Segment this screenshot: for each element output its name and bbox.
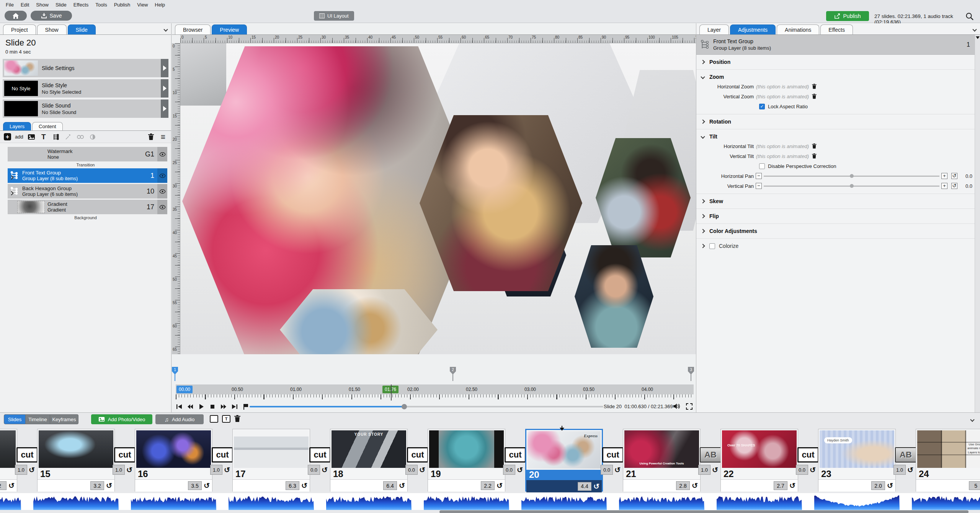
slider-thumb[interactable] (850, 174, 854, 178)
horizontal-pan-slider[interactable] (764, 176, 939, 177)
hexagon-photo-toddler[interactable] (575, 245, 653, 348)
tab-layers[interactable]: Layers (3, 122, 31, 130)
fast-forward-button[interactable] (220, 403, 227, 410)
rewind-button[interactable] (186, 403, 194, 410)
duration-reset-icon[interactable]: ↺ (106, 482, 112, 489)
duration-reset-icon[interactable]: ↺ (301, 482, 307, 489)
add-blank-slide-icon[interactable] (210, 415, 218, 423)
transition-type-button[interactable]: cut (602, 447, 624, 463)
transition-cut[interactable]: cut0.0↺ (603, 426, 623, 493)
transition-type-button[interactable]: cut (505, 447, 526, 463)
save-button[interactable]: Save (31, 11, 72, 21)
transition-type-button[interactable]: cut (212, 447, 233, 463)
duration-reset-icon[interactable]: ↺ (8, 482, 15, 489)
duration-reset-icon[interactable]: ↺ (789, 482, 795, 489)
scrollbar-thumb[interactable] (439, 510, 969, 513)
stop-button[interactable] (209, 403, 216, 410)
slider-thumb[interactable] (850, 184, 854, 188)
reset-icon[interactable]: ↺ (951, 173, 957, 179)
section-skew-header[interactable]: Skew (696, 197, 980, 206)
tab-content[interactable]: Content (32, 122, 63, 130)
transition-duration-value[interactable]: 1.0 (698, 465, 710, 475)
menu-effects[interactable]: Effects (70, 1, 92, 9)
section-zoom-header[interactable]: Zoom (696, 72, 980, 81)
add-layer-icon[interactable]: + (4, 133, 11, 140)
keyframe-marker-3[interactable]: 3 (688, 367, 694, 375)
duration-reset-icon[interactable]: ↺ (204, 482, 210, 489)
transition-type-button[interactable]: cut (407, 447, 428, 463)
tab-timeline[interactable]: Timeline (26, 414, 50, 424)
tab-adjustments[interactable]: Adjustments (730, 24, 776, 34)
duration-reset-icon[interactable]: ↺ (126, 466, 132, 474)
slide-duration-value[interactable]: 4.4 (578, 482, 591, 491)
expand-icon[interactable] (10, 189, 14, 193)
timeline-start-badge[interactable]: 00.00 (176, 386, 193, 393)
delete-slide-icon[interactable] (234, 415, 240, 422)
transition-cut[interactable]: cut0.0↺ (408, 426, 428, 493)
volume-icon[interactable] (673, 403, 681, 410)
duration-reset-icon[interactable]: ↺ (419, 466, 425, 474)
decrement-button[interactable]: − (756, 173, 762, 179)
open-slide-settings-button[interactable] (161, 59, 168, 77)
slide-card-24[interactable]: Use Groups to animate multiple Layers to… (916, 429, 980, 492)
increment-button[interactable]: + (941, 183, 947, 189)
transition-cut[interactable]: cut0.0↺ (310, 426, 330, 493)
open-slide-style-button[interactable] (161, 79, 168, 98)
add-photo-video-button[interactable]: Add Photo/Video (91, 414, 152, 424)
transition-duration-value[interactable]: 0.0 (796, 465, 808, 475)
slide-card-15[interactable]: 153.2↺ (37, 429, 115, 492)
slide-duration-value[interactable]: 6.4 (383, 481, 397, 490)
menu-file[interactable]: File (2, 1, 17, 9)
transition-cut[interactable]: cut0.0↺ (505, 426, 525, 493)
ui-layout-button[interactable]: UI Layout (314, 11, 354, 21)
duration-reset-icon[interactable]: ↺ (29, 466, 35, 474)
slide-duration-value[interactable]: 2.2 (481, 481, 495, 490)
duration-reset-icon[interactable]: ↺ (887, 482, 893, 489)
slide-duration-value[interactable]: 2.7 (774, 481, 787, 490)
seek-slider[interactable] (250, 406, 603, 407)
duration-reset-icon[interactable]: ↺ (692, 482, 698, 489)
decrement-button[interactable]: − (756, 183, 762, 189)
slide-card-20[interactable]: Express204.4↺ (525, 429, 603, 492)
layer-visibility-toggle[interactable] (157, 200, 167, 214)
strip-scrollbar[interactable] (0, 510, 980, 513)
section-tilt-header[interactable]: Tilt (696, 132, 980, 141)
colorize-checkbox[interactable] (709, 243, 715, 249)
vertical-pan-slider[interactable] (764, 186, 939, 187)
slide-card-18[interactable]: YOUR STORY186.4↺ (330, 429, 408, 492)
duration-reset-icon[interactable]: ↺ (810, 466, 816, 474)
duration-reset-icon[interactable]: ↺ (614, 466, 621, 474)
menu-tools[interactable]: Tools (92, 1, 110, 9)
duration-reset-icon[interactable]: ↺ (907, 466, 913, 474)
menu-publish[interactable]: Publish (111, 1, 134, 9)
transition-duration-value[interactable]: 0.0 (405, 465, 418, 475)
transition-duration-value[interactable]: 1.0 (113, 465, 125, 475)
section-flip-header[interactable]: Flip (696, 212, 980, 221)
tab-animations[interactable]: Animations (777, 24, 819, 34)
audio-waveform-track[interactable] (0, 493, 980, 510)
tab-preview[interactable]: Preview (212, 24, 247, 34)
slide-duration-value[interactable]: 2 (0, 481, 7, 490)
tab-effects[interactable]: Effects (820, 24, 853, 34)
slide-timeline-ruler[interactable]: 00.00 00.50 01.00 01.50 01.76 02.00 02.5… (176, 384, 694, 394)
section-colorize-header[interactable]: Colorize (696, 241, 980, 251)
transition-type-button[interactable]: AB (895, 447, 916, 463)
open-slide-sound-button[interactable] (161, 99, 168, 118)
slide-duration-value[interactable]: 6.3 (286, 481, 299, 490)
reset-icon[interactable]: ↺ (951, 183, 957, 189)
chevron-down-icon[interactable] (973, 26, 976, 33)
transition-cut[interactable]: cut1.0↺ (212, 426, 232, 493)
slide-duration-value[interactable]: 5 (969, 481, 980, 490)
delete-animation-icon[interactable] (812, 84, 817, 89)
slide-duration-value[interactable]: 3.5 (188, 481, 202, 490)
tab-layer[interactable]: Layer (699, 24, 729, 34)
menu-edit[interactable]: Edit (17, 1, 33, 9)
publish-button[interactable]: Publish (826, 11, 869, 21)
add-text-slide-icon[interactable]: T (222, 415, 230, 423)
slide-card-21[interactable]: Using Powerful Creation Tools212.8↺ (623, 429, 701, 492)
hexagon-photo-woman[interactable] (420, 115, 582, 291)
slide-duration-value[interactable]: 2.8 (676, 481, 690, 490)
section-position-header[interactable]: Position (696, 57, 980, 67)
duration-reset-icon[interactable]: ↺ (517, 466, 523, 474)
duration-reset-icon[interactable]: ↺ (399, 482, 405, 489)
